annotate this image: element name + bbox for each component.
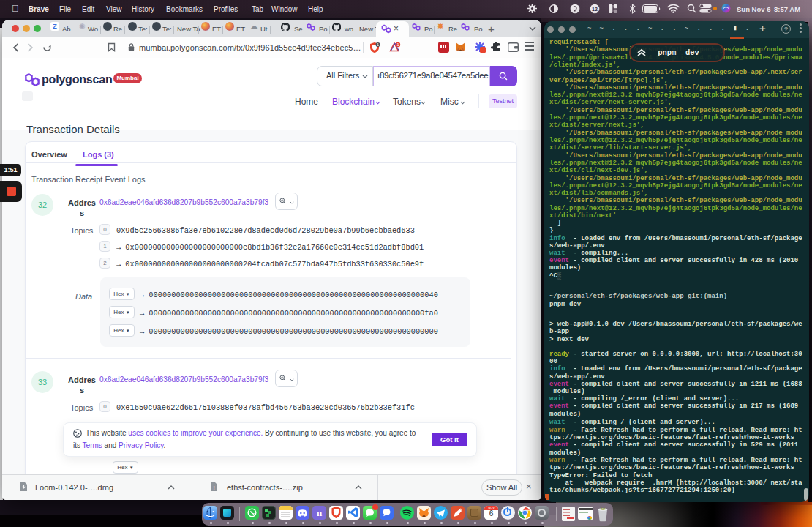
svg-text:1: 1 <box>396 42 399 47</box>
svg-text:1: 1 <box>377 42 379 47</box>
svg-text:12: 12 <box>592 7 598 12</box>
svg-text:!: ! <box>213 485 214 491</box>
